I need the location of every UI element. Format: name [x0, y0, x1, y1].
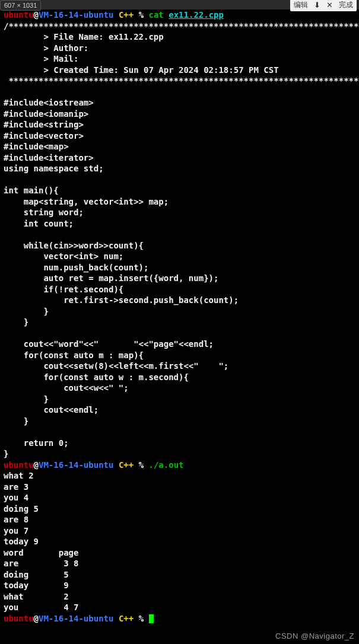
close-icon[interactable]: ✕ — [326, 1, 333, 9]
code-line: if(!ret.second){ — [4, 285, 123, 294]
prompt-host: VM-16-14-ubuntu — [39, 10, 113, 20]
prompt-user: ubuntu — [4, 614, 34, 623]
code-line: num.push_back(count); — [4, 263, 148, 272]
code-line: #include<iterator> — [4, 153, 94, 162]
code-line: #include<string> — [4, 120, 84, 129]
code-line: using namespace std; — [4, 164, 104, 173]
edit-button[interactable]: 编辑 — [294, 0, 308, 10]
file-header-created: > Created Time: Sun 07 Apr 2024 02:18:57… — [4, 65, 279, 75]
command-cat: cat — [149, 10, 164, 20]
code-line: #include<vector> — [4, 131, 84, 141]
code-line: map<string, vector<int>> map; — [4, 197, 169, 206]
terminal-cursor[interactable] — [149, 614, 154, 623]
stdin-line: today 9 — [4, 537, 39, 546]
stdout-line: you 4 7 — [4, 602, 84, 612]
code-line: cout<<setw(8)<<left<<m.first<<" "; — [4, 361, 228, 371]
code-line: } — [4, 416, 28, 426]
stdin-line: are 3 — [4, 482, 28, 492]
file-header-author: > Author: — [4, 43, 88, 53]
prompt-pct: % — [139, 460, 144, 470]
stdout-header: word page — [4, 548, 78, 557]
prompt-at: @ — [34, 10, 39, 20]
stdin-line: you 7 — [4, 526, 28, 535]
stdout-line: are 3 8 — [4, 559, 84, 568]
code-line: int main(){ — [4, 186, 59, 195]
stdin-line: are 8 — [4, 515, 28, 524]
image-toolbar: 编辑 ⬇ ✕ 完成 — [290, 0, 357, 11]
prompt-at: @ — [34, 460, 39, 470]
prompt-pct: % — [139, 10, 144, 20]
prompt-user: ubuntu — [4, 460, 34, 470]
code-line: } — [4, 307, 49, 316]
stdout-line: what 2 — [4, 592, 74, 601]
code-line: cout<<w<<" "; — [4, 383, 129, 393]
file-header-filename: > File Name: ex11.22.cpp — [4, 32, 164, 42]
prompt-host: VM-16-14-ubuntu — [39, 460, 113, 470]
code-line: int count; — [4, 219, 74, 228]
code-line: string word; — [4, 208, 84, 217]
prompt-host: VM-16-14-ubuntu — [39, 614, 113, 623]
prompt-pct: % — [139, 614, 144, 623]
prompt-user: ubuntu — [4, 10, 34, 20]
file-header-top: /***************************************… — [4, 21, 359, 31]
stdin-line: doing 5 — [4, 504, 39, 514]
code-line: cout<<"word"<<" "<<"page"<<endl; — [4, 339, 214, 349]
stdout-line: today 9 — [4, 581, 74, 590]
code-line: } — [4, 317, 28, 327]
code-line: #include<map> — [4, 142, 69, 151]
prompt-dir: C++ — [119, 10, 134, 20]
download-icon[interactable]: ⬇ — [314, 1, 320, 9]
code-line: for(const auto w : m.second){ — [4, 372, 189, 382]
watermark: CSDN @Navigator_Z — [275, 632, 354, 640]
prompt-dir: C++ — [119, 460, 134, 470]
stdout-line: doing 5 — [4, 570, 74, 579]
code-line: vector<int> num; — [4, 251, 123, 261]
code-line: while(cin>>word>>count){ — [4, 241, 144, 250]
prompt-dir: C++ — [119, 614, 134, 623]
code-line: cout<<endl; — [4, 405, 99, 415]
code-line: auto ret = map.insert({word, num}); — [4, 273, 218, 283]
file-header-bottom: ****************************************… — [4, 76, 359, 85]
command-arg-file: ex11.22.cpp — [169, 10, 224, 20]
code-line: } — [4, 394, 49, 404]
terminal-output[interactable]: ubuntu@VM-16-14-ubuntu C++ % cat ex11.22… — [0, 9, 359, 644]
prompt-at: @ — [34, 614, 39, 623]
code-line: return 0; — [4, 438, 69, 448]
image-dimensions-badge: 607 × 1031 — [0, 0, 41, 11]
code-line: #include<iomanip> — [4, 109, 88, 119]
done-button[interactable]: 完成 — [339, 0, 353, 10]
command-run: ./a.out — [149, 460, 184, 470]
code-line: ret.first->second.push_back(count); — [4, 295, 239, 305]
code-line: for(const auto m : map){ — [4, 350, 144, 360]
code-line: } — [4, 449, 8, 458]
stdin-line: what 2 — [4, 471, 34, 480]
stdin-line: you 4 — [4, 493, 28, 502]
file-header-mail: > Mail: — [4, 54, 78, 63]
code-line: #include<iostream> — [4, 98, 94, 107]
